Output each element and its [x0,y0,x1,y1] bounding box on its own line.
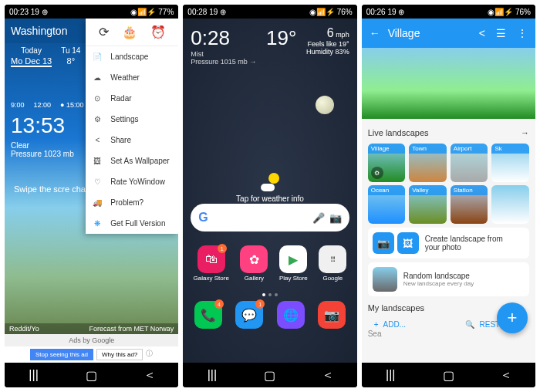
app-camera[interactable]: 📷 [318,301,346,330]
tap-weather[interactable]: Tap for weather info [236,173,304,203]
dock: 📞4 💬1 🌐 📷 [187,301,352,330]
status-bar: 00:23 19 ⊕ ◉📶⚡77% [5,5,178,19]
lens-icon[interactable]: 📷 [329,212,342,224]
page-dots [262,293,278,296]
nav-home[interactable]: ▢ [433,368,464,383]
card-sky[interactable]: Sk [491,144,529,182]
nav-recents[interactable]: ||| [197,368,228,382]
menu-full-version[interactable]: ❋Get Full Version [86,213,178,234]
status-bar: 00:28 19 ⊕ ◉📶⚡76% [183,5,356,19]
status-bar: 00:26 19 ⊕ ◉📶⚡76% [362,5,535,19]
menu-share[interactable]: <Share [86,130,178,150]
nav-home[interactable]: ▢ [76,368,107,383]
tab-today[interactable]: TodayMo Dec 13 [11,46,52,67]
landscape-screen: ← Village < ☰ ⋮ Live landscapes→ Village… [362,19,535,363]
app-row-1: 🛍1Galaxy Store ✿Gallery ▶Play Store ⠿Goo… [187,245,352,282]
alarm-icon[interactable]: ⏰ [150,25,166,39]
mic-icon[interactable]: 🎤 [312,212,325,224]
random-thumb [373,267,397,292]
gallery-icon: 🖼 [397,232,419,254]
nav-bar: ||| ▢ ＜ [183,363,356,387]
app-browser[interactable]: 🌐 [277,301,305,330]
card-extra[interactable] [491,185,529,224]
card-station[interactable]: Station [451,185,488,224]
phone-1: 00:23 19 ⊕ ◉📶⚡77% Washington TodayMo Dec… [5,5,178,387]
refresh-icon[interactable]: ⟳ [99,25,109,39]
card-ocean[interactable]: Ocean [368,185,406,224]
google-logo-icon: G [198,211,208,225]
menu-icon[interactable]: ⋮ [517,27,528,39]
sea-label: Sea [368,329,382,338]
arrow-icon[interactable]: → [521,128,529,137]
phone-3: 00:26 19 ⊕ ◉📶⚡76% ← Village < ☰ ⋮ Live l… [362,5,535,387]
cake-icon[interactable]: 🎂 [122,25,137,39]
moon-icon [316,96,334,114]
overflow-menu: ⟳ 🎂 ⏰ 📄Landscape ☁Weather ⊙Radar ⚙Settin… [86,19,178,234]
card-town[interactable]: Town [409,144,447,182]
card-valley[interactable]: Valley [409,185,447,224]
page-title: Village [388,27,420,39]
fab-add[interactable]: + [497,302,528,333]
google-search[interactable]: G 🎤📷 [191,204,349,231]
menu-radar[interactable]: ⊙Radar [86,88,178,109]
back-icon[interactable]: ← [370,27,380,39]
app-gallery[interactable]: ✿Gallery [240,245,268,282]
menu-landscape[interactable]: 📄Landscape [86,46,178,67]
stop-ad-button[interactable]: Stop seeing this ad [30,349,93,360]
nav-bar: ||| ▢ ＜ [362,363,535,387]
nav-recents[interactable]: ||| [375,368,406,382]
app-phone[interactable]: 📞4 [194,301,222,330]
phone-2: 00:28 19 ⊕ ◉📶⚡76% 0:28 Mist Pressure 101… [183,5,356,387]
nav-back[interactable]: ＜ [134,367,165,384]
random-landscape[interactable]: Random landscapeNew landscape every day [368,262,529,296]
widget-time: 0:28 [191,26,256,50]
app-messages[interactable]: 💬1 [235,301,263,330]
menu-settings[interactable]: ⚙Settings [86,109,178,130]
app-google-folder[interactable]: ⠿Google [319,245,346,282]
app-galaxy-store[interactable]: 🛍1Galaxy Store [194,245,229,282]
ads-label: Ads by Google [5,334,178,346]
app-play-store[interactable]: ▶Play Store [279,245,308,282]
card-village[interactable]: Village⚙ [368,144,406,182]
nav-back[interactable]: ＜ [491,367,521,384]
share-icon[interactable]: < [479,27,485,39]
hero-image [362,48,535,119]
create-from-photo[interactable]: 📷🖼 Create landscape fromyour photo [368,228,529,259]
nav-back[interactable]: ＜ [312,367,343,384]
nav-recents[interactable]: ||| [19,368,49,382]
widget-temp: 19° [266,26,296,50]
menu-rate[interactable]: ♡Rate YoWindow [86,171,178,192]
menu-wallpaper[interactable]: 🖼Set As Wallpaper [86,150,178,171]
menu-problem[interactable]: 🚚Problem? [86,192,178,213]
why-ad-button[interactable]: Why this ad? [96,349,143,360]
camera-icon: 📷 [373,232,394,254]
menu-weather[interactable]: ☁Weather [86,67,178,88]
toolbar: ← Village < ☰ ⋮ [362,19,535,48]
nav-home[interactable]: ▢ [255,368,285,383]
home-screen[interactable]: 0:28 Mist Pressure 1015 mb → 19° 6 mph F… [183,19,356,363]
nav-bar: ||| ▢ ＜ [5,363,178,387]
add-button[interactable]: +ADD... [374,320,406,329]
tab-tomorrow[interactable]: Tu 148° [61,46,80,67]
card-airport[interactable]: Airport [451,144,488,182]
list-icon[interactable]: ☰ [496,27,506,39]
